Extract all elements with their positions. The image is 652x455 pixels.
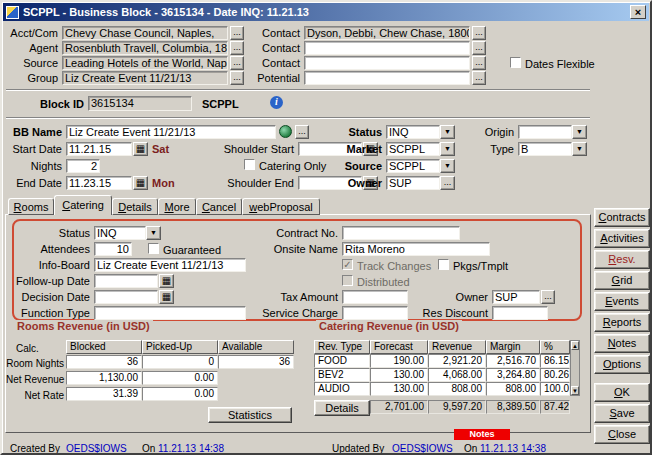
tab-cancel[interactable]: Cancel (196, 198, 242, 215)
decision-date-calendar-button[interactable]: ▦ (159, 290, 174, 304)
cr-scrollbar[interactable]: ▲ ▼ (570, 340, 580, 396)
track-changes-checkbox[interactable] (342, 259, 353, 270)
cr-cell[interactable]: 4,068.00 (428, 368, 486, 382)
contact1-lov-button[interactable]: ... (472, 26, 486, 40)
follow-up-date-calendar-button[interactable]: ▦ (159, 274, 174, 288)
cr-cell-type[interactable]: BEV2 (314, 368, 370, 382)
acct-com-lov-button[interactable]: ... (230, 26, 244, 40)
status-field[interactable]: INQ (386, 125, 440, 139)
service-charge-field[interactable] (342, 306, 408, 320)
tab-webproposal[interactable]: webProposal (242, 198, 320, 215)
cr-cell[interactable]: 3,264.80 (486, 368, 540, 382)
cat-status-field[interactable]: INQ (94, 226, 146, 240)
source-field[interactable]: Leading Hotels of the World, Naples, (62, 56, 228, 70)
source-lov-button[interactable]: ... (230, 56, 244, 70)
bb-source-field[interactable]: SCPPL (386, 159, 440, 173)
side-button-notes[interactable]: Notes (594, 334, 650, 353)
info-board-field[interactable]: Liz Create Event 11/21/13 (94, 258, 246, 272)
cr-cell[interactable]: 2,516.70 (486, 354, 540, 368)
cr-cell-type[interactable]: FOOD (314, 354, 370, 368)
side-button-contracts[interactable]: Contracts (594, 208, 650, 227)
calc-label[interactable]: Calc. (16, 343, 39, 354)
group-lov-button[interactable]: ... (230, 71, 244, 85)
market-field[interactable]: SCPPL (386, 142, 440, 156)
agent-field[interactable]: Rosenbluth Travell, Columbia, 1800- (62, 41, 228, 55)
cr-cell[interactable]: 808.00 (428, 382, 486, 396)
owner-field[interactable]: SUP (386, 176, 440, 190)
decision-date-field[interactable] (94, 290, 158, 304)
cat-status-dropdown-button[interactable]: ▼ (146, 226, 161, 240)
market-dropdown-button[interactable]: ▼ (440, 142, 455, 156)
scroll-down-icon[interactable]: ▼ (571, 386, 579, 395)
potential-field[interactable] (304, 71, 470, 85)
group-field[interactable]: Liz Create Event 11/21/13 (62, 71, 228, 85)
status-dropdown-button[interactable]: ▼ (440, 125, 455, 139)
info-icon[interactable]: i (270, 96, 283, 109)
nights-field[interactable]: 2 (66, 159, 100, 173)
close-icon[interactable]: × (630, 5, 646, 19)
side-button-save[interactable]: Save (594, 404, 650, 423)
distributed-checkbox[interactable] (342, 275, 353, 286)
cr-cell[interactable]: 86.15 (540, 354, 570, 368)
titlebar[interactable]: SCPPL - Business Block - 3615134 - Date … (3, 3, 649, 21)
guaranteed-checkbox[interactable] (148, 243, 159, 254)
side-button-grid[interactable]: Grid (594, 271, 650, 290)
scrollbar-track[interactable] (571, 350, 579, 386)
res-discount-field[interactable] (492, 306, 548, 320)
onsite-name-field[interactable]: Rita Moreno (342, 242, 490, 256)
scroll-up-icon[interactable]: ▲ (571, 341, 579, 350)
cat-owner-field[interactable]: SUP (492, 290, 540, 304)
acct-com-field[interactable]: Chevy Chase Council, Naples, (62, 26, 228, 40)
tab-details[interactable]: Details (112, 198, 158, 215)
side-button-ok[interactable]: OK (594, 383, 650, 402)
cr-cell[interactable]: 80.26 (540, 368, 570, 382)
side-button-activities[interactable]: Activities (594, 229, 650, 248)
dates-flexible-checkbox[interactable] (510, 57, 521, 68)
agent-lov-button[interactable]: ... (230, 41, 244, 55)
cr-cell[interactable]: 130.00 (370, 368, 428, 382)
bb-source-dropdown-button[interactable]: ▼ (440, 159, 455, 173)
cr-cell-type[interactable]: AUDIO (314, 382, 370, 396)
side-button-close[interactable]: Close (594, 425, 650, 444)
function-type-field[interactable] (94, 306, 246, 320)
contact3-field[interactable] (304, 56, 470, 70)
cat-owner-lov-button[interactable]: ... (541, 290, 555, 304)
side-button-events[interactable]: Events (594, 292, 650, 311)
statistics-button[interactable]: Statistics (208, 407, 292, 423)
start-date-field[interactable]: 11.21.15 (66, 142, 132, 156)
contract-no-field[interactable] (342, 226, 460, 240)
contact1-field[interactable]: Dyson, Debbi, Chew Chase, 1800-123 (304, 26, 470, 40)
tax-amount-field[interactable] (342, 290, 408, 304)
origin-field[interactable] (518, 125, 572, 139)
cr-cell[interactable]: 2,921.20 (428, 354, 486, 368)
attendees-field[interactable]: 10 (94, 242, 132, 256)
tab-more[interactable]: More (158, 198, 196, 215)
end-date-calendar-button[interactable]: ▦ (133, 176, 148, 190)
cr-cell[interactable]: 130.00 (370, 382, 428, 396)
bb-name-lov-button[interactable]: ... (295, 125, 309, 139)
origin-dropdown-button[interactable]: ▼ (572, 125, 587, 139)
catering-only-checkbox[interactable] (244, 159, 255, 170)
type-dropdown-button[interactable]: ▼ (572, 142, 587, 156)
details-button[interactable]: Details (314, 400, 370, 416)
pkgs-tmplt-checkbox[interactable] (438, 259, 449, 270)
cr-cell[interactable]: 100.00 (540, 382, 570, 396)
side-button-resv[interactable]: Resv. (594, 250, 650, 269)
contact2-field[interactable] (304, 41, 470, 55)
tab-catering[interactable]: Catering (54, 195, 112, 215)
contact2-lov-button[interactable]: ... (472, 41, 486, 55)
end-date-field[interactable]: 11.23.15 (66, 176, 132, 190)
contact3-lov-button[interactable]: ... (472, 56, 486, 70)
type-field[interactable]: B (518, 142, 572, 156)
start-date-calendar-button[interactable]: ▦ (133, 142, 148, 156)
side-button-options[interactable]: Options (594, 355, 650, 374)
potential-lov-button[interactable]: ... (472, 71, 486, 85)
follow-up-date-field[interactable] (94, 274, 158, 288)
cr-cell[interactable]: 808.00 (486, 382, 540, 396)
owner-lov-button[interactable]: ... (440, 176, 455, 190)
globe-icon[interactable] (279, 125, 292, 138)
tab-rooms[interactable]: Rooms (8, 198, 54, 215)
bb-name-field[interactable]: Liz Create Event 11/21/13 (66, 125, 276, 139)
side-button-reports[interactable]: Reports (594, 313, 650, 332)
cr-cell[interactable]: 190.00 (370, 354, 428, 368)
